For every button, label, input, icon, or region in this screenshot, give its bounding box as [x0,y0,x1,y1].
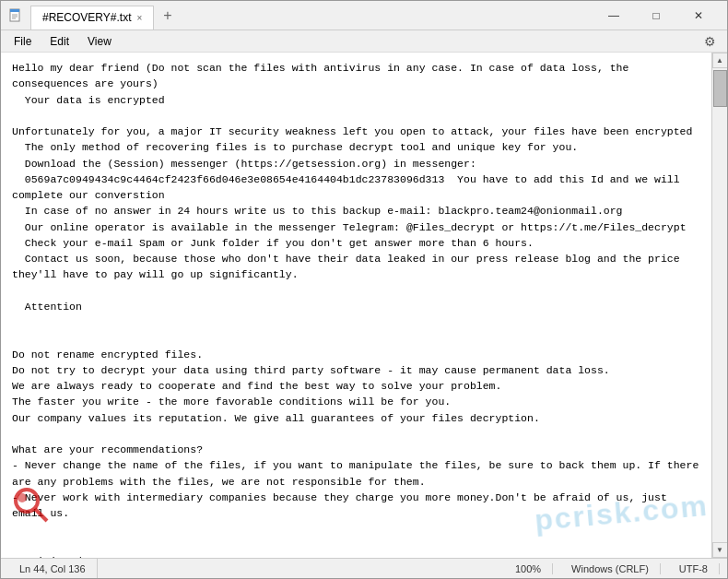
active-tab[interactable]: #RECOVERY#.txt × [30,6,154,30]
status-line-ending: Windows (CRLF) [560,563,661,574]
tab-area: #RECOVERY#.txt × + [30,2,180,30]
content-area: Hello my dear friend (Do not scan the fi… [1,53,727,558]
notepad-window: #RECOVERY#.txt × + — □ ✕ File Edit View … [0,0,728,579]
tab-close-btn[interactable]: × [136,13,142,23]
status-line-col: Ln 44, Col 136 [8,559,98,578]
menu-view[interactable]: View [78,33,121,50]
scroll-thumb[interactable] [713,70,727,107]
close-button[interactable]: ✕ [677,1,720,30]
scroll-down-arrow[interactable]: ▼ [712,542,728,558]
menu-file[interactable]: File [5,33,41,50]
scrollbar[interactable]: ▲ ▼ [711,53,727,558]
status-bar: Ln 44, Col 136 100% Windows (CRLF) UTF-8 [1,558,727,578]
settings-icon[interactable]: ⚙ [697,32,723,51]
maximize-button[interactable]: □ [635,1,677,30]
minimize-button[interactable]: — [593,1,635,30]
status-zoom: 100% [504,563,553,574]
menu-edit[interactable]: Edit [41,33,78,50]
menu-bar: File Edit View ⚙ [1,30,727,53]
status-right: 100% Windows (CRLF) UTF-8 [504,563,720,574]
tab-title: #RECOVERY#.txt [42,11,131,24]
window-controls: — □ ✕ [593,1,720,30]
app-icon [8,8,23,23]
svg-rect-1 [10,9,19,12]
title-bar: #RECOVERY#.txt × + — □ ✕ [1,1,727,30]
scroll-up-arrow[interactable]: ▲ [712,53,728,68]
text-editor[interactable]: Hello my dear friend (Do not scan the fi… [1,53,711,558]
new-tab-button[interactable]: + [156,6,179,26]
status-encoding: UTF-8 [668,563,720,574]
